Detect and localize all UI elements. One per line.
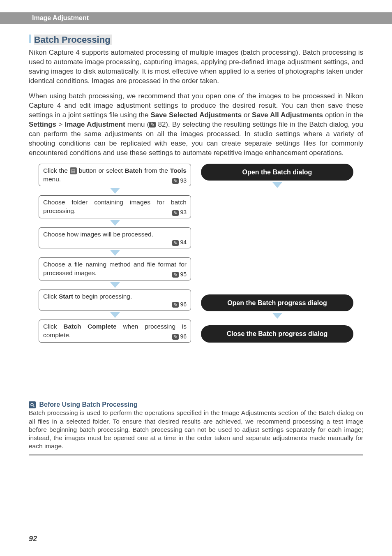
flow-diagram: Click the ▤ button or select Batch from … xyxy=(29,164,363,343)
step1-post2: menu. xyxy=(43,176,61,183)
down-arrow-icon xyxy=(110,250,120,256)
step-box-1: Click the ▤ button or select Batch from … xyxy=(39,164,191,187)
step5-ref-num: 96 xyxy=(179,301,187,308)
step2-text: Choose folder containing images for batc… xyxy=(43,199,187,214)
step1-ref: ✎ 93 xyxy=(172,177,187,185)
open-progress-dialog-pill: Open the Batch progress dialog xyxy=(201,294,353,312)
step-box-6: Click Batch Complete when processing is … xyxy=(39,320,191,343)
batch-button-icon: ▤ xyxy=(70,167,77,174)
intro-paragraph-1: Nikon Capture 4 supports automated proce… xyxy=(29,48,363,86)
note-title-text: Before Using Batch Processing xyxy=(37,401,138,408)
down-arrow-icon xyxy=(110,282,120,288)
note-section: Before Using Batch Processing Batch proc… xyxy=(29,400,363,450)
step1-bold2: Tools xyxy=(170,167,187,174)
page-ref-icon: ✎ xyxy=(172,334,179,340)
page-ref-icon: ✎ xyxy=(172,178,179,184)
save-all-label: Save All Adjustments xyxy=(252,111,323,119)
step6-ref-num: 96 xyxy=(179,333,187,340)
page-ref-icon: ✎ xyxy=(172,302,179,308)
step-box-4: Choose a file naming method and file for… xyxy=(39,257,191,280)
title-accent xyxy=(29,35,31,43)
intro-paragraph-2: When using batch processing, we recommen… xyxy=(29,92,363,158)
step1-ref-num: 93 xyxy=(179,177,187,184)
page-title: Batch Processing xyxy=(34,35,112,45)
step1-mid: button or select xyxy=(77,167,125,174)
step1-post: from the xyxy=(143,167,170,174)
step-box-5: Click Start to begin processing. ✎ 96 xyxy=(39,290,191,310)
settings-menu-label: Settings xyxy=(29,120,56,128)
svg-line-1 xyxy=(33,405,34,407)
page-ref-icon: ✎ xyxy=(172,240,179,246)
close-progress-dialog-pill: Close the Batch progress dialog xyxy=(201,325,353,343)
steps-column: Click the ▤ button or select Batch from … xyxy=(39,164,191,343)
step5-ref: ✎ 96 xyxy=(172,301,187,308)
p2-or: or xyxy=(242,111,252,119)
step1-pre: Click the xyxy=(43,167,70,174)
down-arrow-icon xyxy=(110,312,120,318)
image-adjustment-menu-label: Image Adjustment xyxy=(65,120,125,128)
footer-divider xyxy=(29,454,363,456)
note-title: Before Using Batch Processing xyxy=(29,400,363,409)
step3-ref-num: 94 xyxy=(179,239,187,246)
step6-bold1: Batch Complete xyxy=(63,323,116,330)
page-number: 92 xyxy=(29,534,37,544)
down-arrow-icon xyxy=(272,313,282,319)
section-title-row: Batch Processing xyxy=(29,34,363,46)
open-batch-dialog-pill: Open the Batch dialog xyxy=(201,164,353,181)
pills-column: Open the Batch dialog Open the Batch pro… xyxy=(201,164,353,343)
step4-ref: ✎ 95 xyxy=(172,271,187,278)
page-ref-icon: ✎ xyxy=(149,122,156,127)
step4-ref-num: 95 xyxy=(179,271,187,278)
p2-menu-open: menu ( xyxy=(125,120,150,128)
step1-bold1: Batch xyxy=(125,167,143,174)
step2-ref-num: 93 xyxy=(179,209,187,215)
step5-bold1: Start xyxy=(59,293,73,300)
p2-ref82: 82 xyxy=(156,120,166,128)
step-box-2: Choose folder containing images for batc… xyxy=(39,195,191,218)
step5-post: to begin processing. xyxy=(73,293,132,300)
p2-gt: > xyxy=(56,120,65,128)
down-arrow-icon xyxy=(110,188,120,194)
page-ref-icon: ✎ xyxy=(172,210,179,216)
step6-pre: Click xyxy=(43,323,63,330)
page-ref-icon: ✎ xyxy=(172,272,179,278)
breadcrumb: Image Adjustment xyxy=(0,12,392,24)
p2-option-in: option in the xyxy=(323,111,363,119)
down-arrow-icon xyxy=(110,220,120,226)
breadcrumb-text: Image Adjustment xyxy=(32,14,389,23)
step3-text: Choose how images will be processed. xyxy=(43,231,153,238)
svg-point-0 xyxy=(31,403,33,406)
step6-ref: ✎ 96 xyxy=(172,333,187,341)
step-box-3: Choose how images will be processed. ✎ 9… xyxy=(39,227,191,248)
down-arrow-icon xyxy=(272,182,282,188)
step5-pre: Click xyxy=(43,293,59,300)
step2-ref: ✎ 93 xyxy=(172,208,187,216)
note-body: Batch processing is used to perform the … xyxy=(29,409,363,450)
step4-text: Choose a file naming method and file for… xyxy=(43,261,187,276)
step3-ref: ✎ 94 xyxy=(172,239,187,246)
magnifier-icon xyxy=(29,401,36,408)
save-selected-label: Save Selected Adjustments xyxy=(150,111,242,119)
